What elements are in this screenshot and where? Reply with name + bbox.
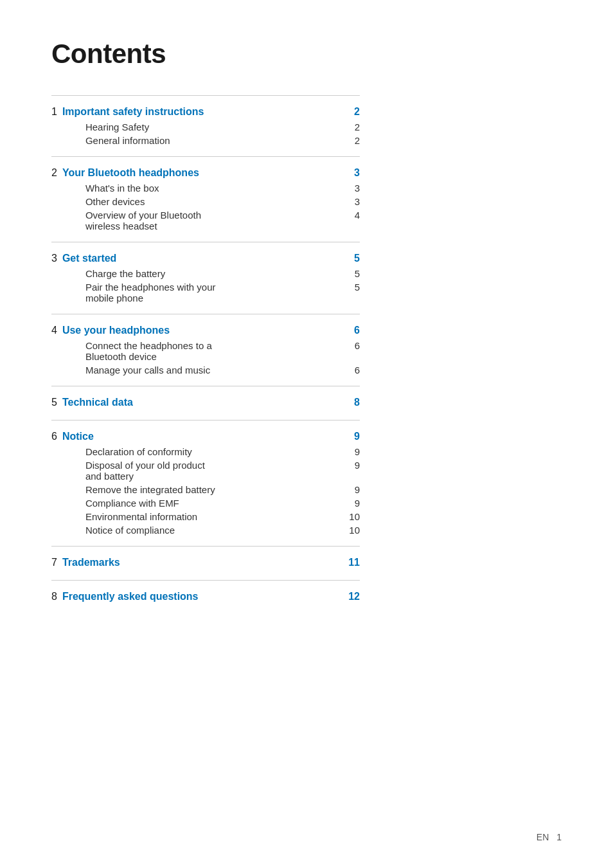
subsection-label-1-0: Hearing Safety: [62, 120, 348, 134]
subsection-page-6-3: 9: [348, 496, 360, 510]
spacer-row-8: [51, 605, 360, 614]
subsection-empty-3-1: [51, 280, 62, 305]
subsection-row-1-1: General information2: [51, 134, 360, 147]
section-title-5: Technical data: [62, 386, 348, 411]
subsection-page-6-2: 9: [348, 483, 360, 496]
subsection-label-2-1: Other devices: [62, 195, 348, 208]
section-title-3: Get started: [62, 242, 348, 267]
section-row-1: 1Important safety instructions2: [51, 96, 360, 121]
section-row-3: 3Get started5: [51, 242, 360, 267]
subsection-empty-6-3: [51, 496, 62, 510]
subsection-row-6-5: Notice of compliance10: [51, 523, 360, 537]
section-title-2: Your Bluetooth headphones: [62, 157, 348, 182]
subsection-page-1-1: 2: [348, 134, 360, 147]
section-title-7: Trademarks: [62, 547, 348, 572]
subsection-label-2-2: Overview of your Bluetoothwireless heads…: [62, 208, 348, 233]
section-title-4: Use your headphones: [62, 314, 348, 339]
subsection-empty-6-1: [51, 458, 62, 483]
subsection-row-2-0: What's in the box3: [51, 181, 360, 195]
subsection-page-6-4: 10: [348, 510, 360, 523]
subsection-row-3-1: Pair the headphones with yourmobile phon…: [51, 280, 360, 305]
section-number-3: 3: [51, 242, 62, 267]
subsection-empty-6-0: [51, 445, 62, 458]
subsection-empty-2-1: [51, 195, 62, 208]
section-page-7: 11: [348, 547, 360, 572]
subsection-label-6-0: Declaration of conformity: [62, 445, 348, 458]
section-row-8: 8Frequently asked questions12: [51, 581, 360, 606]
subsection-empty-1-1: [51, 134, 62, 147]
subsection-empty-1-0: [51, 120, 62, 134]
subsection-label-2-0: What's in the box: [62, 181, 348, 195]
subsection-label-1-1: General information: [62, 134, 348, 147]
subsection-page-2-1: 3: [348, 195, 360, 208]
subsection-row-2-1: Other devices3: [51, 195, 360, 208]
section-page-6: 9: [348, 420, 360, 446]
spacer-row-6: [51, 537, 360, 547]
subsection-page-1-0: 2: [348, 120, 360, 134]
section-row-7: 7Trademarks11: [51, 547, 360, 572]
section-number-1: 1: [51, 96, 62, 121]
subsection-label-6-1: Disposal of your old productand battery: [62, 458, 348, 483]
section-title-6: Notice: [62, 420, 348, 446]
subsection-label-6-4: Environmental information: [62, 510, 348, 523]
subsection-page-6-0: 9: [348, 445, 360, 458]
section-row-5: 5Technical data8: [51, 386, 360, 411]
section-number-6: 6: [51, 420, 62, 446]
toc-table: 1Important safety instructions2Hearing S…: [51, 95, 360, 614]
subsection-page-2-0: 3: [348, 181, 360, 195]
spacer-row-2: [51, 233, 360, 242]
section-title-1: Important safety instructions: [62, 96, 348, 121]
section-page-4: 6: [348, 314, 360, 339]
subsection-label-3-0: Charge the battery: [62, 267, 348, 280]
spacer-row-1: [51, 147, 360, 157]
section-number-7: 7: [51, 547, 62, 572]
subsection-page-4-0: 6: [348, 339, 360, 363]
subsection-row-6-4: Environmental information10: [51, 510, 360, 523]
subsection-label-6-2: Remove the integrated battery: [62, 483, 348, 496]
section-title-8: Frequently asked questions: [62, 581, 348, 606]
subsection-row-1-0: Hearing Safety2: [51, 120, 360, 134]
subsection-row-6-3: Compliance with EMF9: [51, 496, 360, 510]
spacer-row-7: [51, 571, 360, 581]
section-number-5: 5: [51, 386, 62, 411]
spacer-row-4: [51, 377, 360, 386]
subsection-label-6-3: Compliance with EMF: [62, 496, 348, 510]
subsection-label-4-1: Manage your calls and music: [62, 363, 348, 377]
section-page-2: 3: [348, 157, 360, 182]
subsection-row-3-0: Charge the battery5: [51, 267, 360, 280]
section-page-1: 2: [348, 96, 360, 121]
subsection-empty-6-4: [51, 510, 62, 523]
section-number-8: 8: [51, 581, 62, 606]
section-page-8: 12: [348, 581, 360, 606]
spacer-row-3: [51, 305, 360, 314]
section-number-4: 4: [51, 314, 62, 339]
footer-lang: EN: [537, 832, 549, 842]
subsection-row-6-1: Disposal of your old productand battery9: [51, 458, 360, 483]
subsection-label-3-1: Pair the headphones with yourmobile phon…: [62, 280, 348, 305]
subsection-empty-4-1: [51, 363, 62, 377]
subsection-empty-4-0: [51, 339, 62, 363]
subsection-row-2-2: Overview of your Bluetoothwireless heads…: [51, 208, 360, 233]
subsection-empty-2-2: [51, 208, 62, 233]
subsection-label-6-5: Notice of compliance: [62, 523, 348, 537]
section-row-2: 2Your Bluetooth headphones3: [51, 157, 360, 182]
spacer-row-5: [51, 411, 360, 420]
footer: EN 1: [537, 832, 562, 842]
section-page-5: 8: [348, 386, 360, 411]
section-number-2: 2: [51, 157, 62, 182]
subsection-page-6-1: 9: [348, 458, 360, 483]
subsection-empty-6-2: [51, 483, 62, 496]
subsection-page-6-5: 10: [348, 523, 360, 537]
subsection-page-3-1: 5: [348, 280, 360, 305]
subsection-empty-2-0: [51, 181, 62, 195]
subsection-row-6-0: Declaration of conformity9: [51, 445, 360, 458]
page-title: Contents: [51, 39, 562, 69]
subsection-page-2-2: 4: [348, 208, 360, 233]
subsection-empty-6-5: [51, 523, 62, 537]
section-page-3: 5: [348, 242, 360, 267]
subsection-row-6-2: Remove the integrated battery9: [51, 483, 360, 496]
subsection-row-4-1: Manage your calls and music6: [51, 363, 360, 377]
subsection-empty-3-0: [51, 267, 62, 280]
section-row-4: 4Use your headphones6: [51, 314, 360, 339]
subsection-label-4-0: Connect the headphones to aBluetooth dev…: [62, 339, 348, 363]
